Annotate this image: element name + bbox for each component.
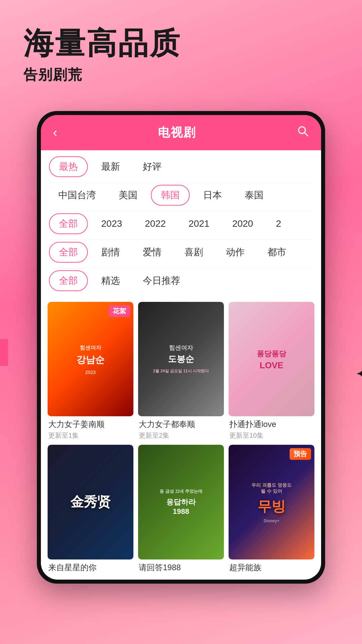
filter-chip-drama[interactable]: 剧情 [92, 243, 129, 262]
filter-chip-new[interactable]: 最新 [92, 157, 129, 176]
show-card-6[interactable]: 우리 괴롭도 영웅도될 수 있어 무빙 Disney+ 预告 超异能族 [229, 445, 314, 574]
filter-chip-more-year[interactable]: 2 [266, 215, 291, 232]
show-title-2: 大力女子都奉顺 [138, 419, 224, 430]
show-card-4[interactable]: 金秀贤 来自星星的你 [48, 445, 133, 574]
show-badge-6: 预告 [290, 448, 311, 460]
show-card-3[interactable]: 퐁당퐁당 LOVE 扑通扑通love 更新至10集 [229, 302, 314, 440]
filter-chip-urban[interactable]: 都市 [258, 243, 296, 262]
top-bar: ‹ 电视剧 [41, 115, 321, 150]
page-title: 电视剧 [158, 124, 196, 141]
filter-chip-korea[interactable]: 韩国 [151, 185, 190, 206]
show-title-5: 请回答1988 [138, 562, 224, 573]
filter-chip-selected[interactable]: 精选 [92, 271, 129, 290]
shows-grid: 힘센여자 강남순 2023 花絮 大力女子姜南顺 更新至1集 힘센여자 [41, 297, 321, 580]
show-title-6: 超异能族 [229, 562, 314, 573]
show-title-3: 扑通扑通love [229, 419, 314, 430]
filter-chip-today[interactable]: 今日推荐 [133, 271, 190, 290]
filter-chip-2022[interactable]: 2022 [135, 215, 175, 232]
filter-chip-rated[interactable]: 好评 [133, 157, 171, 176]
side-button [0, 339, 8, 366]
page-header: 海量高品质 告别剧荒 [0, 0, 362, 98]
filter-chip-comedy[interactable]: 喜剧 [175, 243, 213, 262]
filter-row-region: 中国台湾 美国 韩国 日本 泰国 [49, 185, 313, 206]
show-update-3: 更新至10集 [229, 431, 314, 440]
filter-chip-romance[interactable]: 爱情 [133, 243, 171, 262]
show-card-1[interactable]: 힘센여자 강남순 2023 花絮 大力女子姜南顺 更新至1集 [48, 302, 133, 440]
filter-row-type: 最热 最新 好评 [49, 156, 313, 177]
phone-frame: ‹ 电视剧 最热 最新 好评 [37, 111, 325, 584]
headline-subtitle: 告别剧荒 [23, 65, 339, 84]
show-badge-1: 花絮 [109, 305, 130, 317]
show-title-4: 来自星星的你 [48, 562, 133, 573]
back-button[interactable]: ‹ [53, 125, 57, 140]
show-update-2: 更新至2集 [138, 431, 224, 440]
filter-chip-japan[interactable]: 日本 [194, 185, 231, 205]
filter-chip-all-special[interactable]: 全部 [49, 270, 88, 291]
show-card-5[interactable]: 응 금성 끄네 주었는데 응답하라1988 请回答1988 [138, 445, 224, 574]
filter-chip-2023[interactable]: 2023 [92, 215, 131, 232]
filter-chip-usa[interactable]: 美国 [109, 185, 147, 205]
show-title-1: 大力女子姜南顺 [48, 419, 133, 430]
filter-chip-taiwan[interactable]: 中国台湾 [49, 185, 105, 205]
deco-star: ✦ [355, 363, 362, 386]
filter-chip-action[interactable]: 动作 [217, 243, 254, 262]
filter-section: 最热 最新 好评 中国台湾 美国 韩国 日本 泰国 全部 2023 [41, 150, 321, 291]
filter-row-genre: 全部 剧情 爱情 喜剧 动作 都市 [49, 242, 313, 263]
filter-chip-hot[interactable]: 最热 [49, 156, 88, 177]
show-update-1: 更新至1集 [48, 431, 133, 440]
svg-line-1 [304, 132, 308, 136]
filter-chip-2020[interactable]: 2020 [223, 215, 262, 232]
filter-row-year: 全部 2023 2022 2021 2020 2 [49, 213, 313, 234]
filter-chip-all-year[interactable]: 全部 [49, 213, 88, 234]
filter-chip-thailand[interactable]: 泰国 [235, 185, 273, 205]
headline-title: 海量高品质 [23, 27, 339, 60]
phone-screen: ‹ 电视剧 最热 最新 好评 [41, 115, 321, 580]
filter-row-special: 全部 精选 今日推荐 [49, 270, 313, 291]
filter-chip-all-genre[interactable]: 全部 [49, 242, 88, 263]
search-button[interactable] [297, 125, 309, 140]
filter-chip-2021[interactable]: 2021 [179, 215, 219, 232]
show-card-2[interactable]: 힘센여자 도봉순 2월 24일 금요일 11시 시작된다 大力女子都奉顺 更新至… [138, 302, 224, 440]
